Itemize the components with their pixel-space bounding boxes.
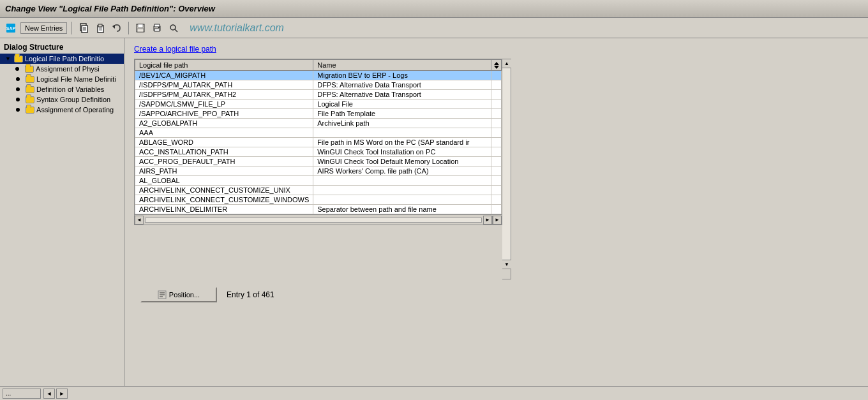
cell-scroll (491, 71, 502, 80)
nav-right-btn[interactable]: ► (56, 389, 68, 399)
sidebar-item-syntax-group[interactable]: Syntax Group Definition (0, 94, 124, 105)
paste-icon[interactable] (93, 21, 107, 35)
table-row[interactable]: A2_GLOBALPATHArchiveLink path (135, 119, 502, 128)
sidebar-item-assignment-phys[interactable]: Assignment of Physi (0, 64, 124, 74)
table-row[interactable]: ARCHIVELINK_CONNECT_CUSTOMIZE_WINDOWS (135, 195, 502, 205)
cell-scroll (491, 119, 502, 128)
data-table: Logical file path Name (135, 59, 502, 214)
scroll-down-btn[interactable]: ▼ (502, 260, 511, 269)
title-bar: Change View "Logical File Path Definitio… (0, 0, 868, 18)
table-row[interactable]: /ISDFPS/PM_AUTARK_PATHDFPS: Alternative … (135, 80, 502, 90)
cell-path: ARCHIVELINK_CONNECT_CUSTOMIZE_UNIX (135, 186, 313, 195)
cell-path: /SAPDMC/LSMW_FILE_LP (135, 100, 313, 109)
cell-name: WinGUI Check Tool Default Memory Locatio… (313, 157, 491, 167)
vertical-scrollbar: ▲ ▼ (502, 59, 511, 279)
sidebar: Dialog Structure ▼ Logical File Path Def… (0, 38, 124, 386)
cell-name (313, 186, 491, 195)
print-icon[interactable] (150, 21, 164, 35)
cell-scroll (491, 176, 502, 186)
bottom-bar: ... ◄ ► (0, 386, 868, 400)
sidebar-title: Dialog Structure (0, 41, 124, 54)
table-row[interactable]: AAA (135, 128, 502, 138)
cell-name: File path in MS Word on the PC (SAP stan… (313, 138, 491, 147)
dot-icon-assignment-operating (16, 108, 20, 112)
folder-icon-assignment (25, 66, 34, 73)
new-entries-button[interactable]: New Entries (20, 22, 67, 34)
cell-scroll (491, 80, 502, 90)
scroll-track-vertical (502, 68, 511, 260)
sidebar-label-logical-file-name: Logical File Name Definiti (36, 75, 116, 83)
scrollbar-corner (502, 269, 511, 279)
sidebar-label-assignment-phys: Assignment of Physi (36, 65, 100, 73)
position-label: Position... (169, 291, 200, 299)
table-row[interactable]: /SAPDMC/LSMW_FILE_LPLogical File (135, 100, 502, 109)
table-row[interactable]: ACC_INSTALLATION_PATHWinGUI Check Tool I… (135, 147, 502, 157)
sidebar-item-definition-variables[interactable]: Definition of Variables (0, 84, 124, 94)
scroll-right-btn-2[interactable]: ► (493, 216, 502, 225)
entry-count-text: Entry 1 of 461 (227, 290, 274, 299)
table-row[interactable]: /ISDFPS/PM_AUTARK_PATH2DFPS: Alternative… (135, 90, 502, 100)
svg-rect-15 (137, 29, 144, 32)
table-row[interactable]: ARCHIVELINK_CONNECT_CUSTOMIZE_UNIX (135, 186, 502, 195)
sidebar-item-assignment-operating[interactable]: Assignment of Operating (0, 105, 124, 115)
status-text: ... (6, 390, 11, 397)
toolbar-separator-2 (128, 22, 129, 34)
table-row[interactable]: /BEV1/CA_MIGPATHMigration BEV to ERP - L… (135, 71, 502, 80)
table-row[interactable]: AL_GLOBAL (135, 176, 502, 186)
table-row[interactable]: /SAPPO/ARCHIVE_PPO_PATHFile Path Templat… (135, 109, 502, 119)
scroll-up-btn[interactable]: ▲ (502, 59, 511, 68)
status-box[interactable]: ... (3, 389, 41, 399)
cell-path: /ISDFPS/PM_AUTARK_PATH (135, 80, 313, 90)
svg-marker-12 (112, 25, 115, 29)
sidebar-item-logical-file-path[interactable]: ▼ Logical File Path Definitio (0, 54, 124, 64)
copy-icon[interactable] (77, 21, 91, 35)
table-row[interactable]: ACC_PROG_DEFAULT_PATHWinGUI Check Tool D… (135, 157, 502, 167)
nav-left-btn[interactable]: ◄ (43, 389, 55, 399)
cell-path: A2_GLOBALPATH (135, 119, 313, 128)
content-area: Create a logical file path Logical file … (124, 38, 868, 386)
dot-icon-assignment (15, 67, 19, 71)
scroll-left-btn[interactable]: ◄ (135, 216, 144, 225)
scroll-right-btn-1[interactable]: ► (483, 216, 492, 225)
position-button[interactable]: Position... (140, 287, 217, 302)
cell-scroll (491, 128, 502, 138)
cell-name: File Path Template (313, 109, 491, 119)
col-header-path: Logical file path (135, 60, 313, 71)
undo-icon[interactable] (110, 21, 124, 35)
folder-icon-assignment-operating (26, 107, 34, 114)
cell-name (313, 128, 491, 138)
sidebar-label-assignment-operating: Assignment of Operating (36, 106, 114, 114)
sidebar-item-logical-file-name[interactable]: Logical File Name Definiti (0, 74, 124, 84)
cell-scroll (491, 147, 502, 157)
save-icon[interactable] (133, 21, 147, 35)
cell-path: AIRS_PATH (135, 167, 313, 176)
title-text: Change View "Logical File Path Definitio… (5, 4, 215, 13)
svg-rect-8 (98, 24, 102, 27)
toolbar-separator-1 (71, 22, 72, 34)
cell-scroll (491, 138, 502, 147)
cell-path: ABLAGE_WORD (135, 138, 313, 147)
table-row[interactable]: AIRS_PATHAIRS Workers' Comp. file path (… (135, 167, 502, 176)
watermark-text: www.tutorialkart.com (190, 22, 284, 34)
folder-icon-logical-file-name (26, 76, 34, 83)
dot-icon-syntax-group (16, 98, 20, 101)
col-header-scroll (491, 60, 502, 71)
find-icon[interactable] (167, 21, 181, 35)
cell-scroll (491, 186, 502, 195)
cell-name: WinGUI Check Tool Installation on PC (313, 147, 491, 157)
cell-name: ArchiveLink path (313, 119, 491, 128)
sidebar-label-logical-file-path: Logical File Path Definitio (25, 55, 104, 63)
table-row[interactable]: ARCHIVELINK_DELIMITERSeparator between p… (135, 205, 502, 214)
cell-path: ACC_INSTALLATION_PATH (135, 147, 313, 157)
cell-scroll (491, 195, 502, 205)
cell-name: Logical File (313, 100, 491, 109)
cell-path: /BEV1/CA_MIGPATH (135, 71, 313, 80)
sap-logo-icon[interactable]: SAP (4, 21, 18, 35)
cell-scroll (491, 90, 502, 100)
dot-icon-definition-variables (16, 87, 20, 91)
cell-scroll (491, 157, 502, 167)
create-logical-file-path-link[interactable]: Create a logical file path (134, 45, 858, 54)
table-row[interactable]: ABLAGE_WORDFile path in MS Word on the P… (135, 138, 502, 147)
svg-point-20 (170, 25, 176, 30)
nav-buttons: ◄ ► (43, 389, 68, 399)
